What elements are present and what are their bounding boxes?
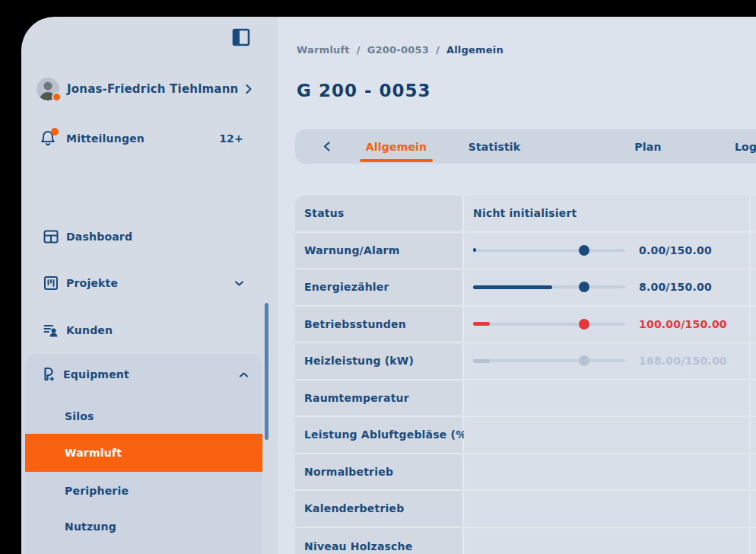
tabs-scroll-left-button[interactable]: [316, 129, 336, 164]
breadcrumb-warmluft[interactable]: Warmluft: [297, 44, 350, 56]
row-value: 0.00/150.00: [639, 244, 712, 256]
projects-icon: [43, 275, 59, 291]
sub-item-label: Peripherie: [65, 485, 129, 497]
sidebar-item-label: Equipment: [63, 368, 233, 380]
tab-log[interactable]: Logi: [735, 129, 756, 164]
breadcrumb: Warmluft / G200-0053 / Allgemein: [297, 44, 503, 56]
table-row: Normalbetrieb: [295, 454, 756, 492]
chevron-left-icon: [323, 142, 330, 151]
page-title: G 200 - 0053: [297, 81, 430, 100]
table-row: Betriebsstunden 100.00/150.00: [295, 307, 756, 344]
sidebar-item-label: Dashboard: [66, 231, 243, 243]
online-status-dot: [52, 92, 62, 102]
tab-statistik[interactable]: Statistik: [456, 129, 532, 164]
energiezaehler-slider[interactable]: [473, 282, 625, 292]
sidebar-collapse-icon[interactable]: [231, 27, 251, 47]
user-name: Jonas-Friedrich Tiehlmann: [67, 82, 238, 96]
row-label: Leistung Abluftgebläse (%): [295, 417, 464, 453]
slider-thumb[interactable]: [579, 355, 589, 366]
betriebsstunden-slider[interactable]: [473, 319, 625, 330]
heizleistung-slider[interactable]: [473, 355, 625, 366]
table-row: Leistung Abluftgebläse (%): [295, 417, 756, 454]
equipment-icon: [40, 366, 56, 383]
sidebar-item-nutzung[interactable]: Nutzung: [65, 517, 116, 536]
row-value: 100.00/150.00: [639, 318, 727, 330]
sub-item-label: Nutzung: [65, 521, 116, 533]
breadcrumb-separator: /: [357, 44, 361, 56]
sidebar-item-peripherie[interactable]: Peripherie: [65, 481, 129, 501]
customers-icon: [43, 322, 59, 339]
sidebar-item-projekte[interactable]: Projekte: [43, 272, 243, 295]
chevron-down-icon: [235, 281, 243, 286]
sidebar-scrollbar[interactable]: [265, 303, 268, 440]
table-row: Warnung/Alarm 0.00/150.00: [295, 233, 756, 270]
row-value: 168.00/150.00: [639, 355, 727, 367]
table-row: Status Nicht initialisiert: [295, 196, 756, 233]
main-content: Warmluft / G200-0053 / Allgemein G 200 -…: [278, 17, 756, 554]
row-label: Warnung/Alarm: [295, 233, 464, 269]
slider-thumb[interactable]: [579, 319, 589, 330]
chevron-right-icon: [246, 84, 252, 94]
table-row: Energiezähler 8.00/150.00: [295, 269, 756, 307]
row-label: Normalbetrieb: [295, 454, 464, 490]
chevron-up-icon: [240, 372, 248, 377]
tab-plan[interactable]: Plan: [610, 129, 686, 164]
row-label: Niveau Holzasche: [295, 528, 464, 554]
sidebar-item-notifications[interactable]: Mitteilungen 12+: [37, 125, 243, 152]
row-label: Heizleistung (kW): [295, 343, 464, 379]
status-value: Nicht initialisiert: [473, 207, 577, 219]
sidebar-item-equipment[interactable]: Equipment: [40, 363, 248, 386]
row-label: Raumtemperatur: [295, 380, 464, 416]
table-row: Heizleistung (kW) 168.00/150.00: [295, 343, 756, 380]
table-row: Niveau Holzasche: [295, 528, 756, 554]
sub-item-label: Silos: [65, 410, 94, 422]
row-label: Status: [295, 196, 464, 231]
sidebar-item-dashboard[interactable]: Dashboard: [43, 225, 243, 248]
breadcrumb-separator: /: [436, 44, 440, 56]
table-row: Kalenderbetrieb: [295, 491, 756, 528]
warnung-alarm-slider[interactable]: [473, 245, 625, 256]
sidebar-item-label: Kunden: [66, 324, 243, 336]
bell-icon: [39, 129, 59, 148]
equipment-group: Equipment Silos Warmluft Peripherie Nutz…: [25, 354, 262, 554]
dashboard-icon: [43, 228, 59, 245]
sidebar-item-silos[interactable]: Silos: [65, 406, 94, 426]
sidebar-item-kunden[interactable]: Kunden: [43, 319, 243, 342]
table-row: Raumtemperatur: [295, 380, 756, 418]
breadcrumb-device[interactable]: G200-0053: [367, 44, 429, 56]
sidebar-item-warmluft-selected[interactable]: Warmluft: [25, 434, 262, 472]
row-label: Kalenderbetrieb: [295, 491, 464, 527]
user-menu[interactable]: Jonas-Friedrich Tiehlmann: [37, 75, 243, 103]
detail-table: Status Nicht initialisiert Warnung/Alarm…: [295, 196, 756, 554]
row-label: Betriebsstunden: [295, 307, 464, 342]
notifications-badge: 12+: [219, 132, 243, 145]
avatar: [37, 78, 59, 100]
tab-bar: Allgemein Statistik Plan Logi: [295, 129, 756, 164]
notifications-label: Mitteilungen: [66, 132, 211, 145]
sub-item-label: Warmluft: [65, 447, 122, 459]
slider-thumb[interactable]: [579, 282, 589, 292]
notification-dot: [51, 128, 59, 135]
breadcrumb-current: Allgemein: [446, 44, 503, 56]
row-label: Energiezähler: [295, 269, 464, 305]
sidebar: Jonas-Friedrich Tiehlmann Mitteilungen 1…: [21, 17, 278, 554]
tab-allgemein[interactable]: Allgemein: [358, 129, 434, 164]
slider-thumb[interactable]: [579, 245, 589, 256]
row-value: 8.00/150.00: [639, 281, 712, 293]
sidebar-item-label: Projekte: [66, 277, 228, 289]
app-window: Jonas-Friedrich Tiehlmann Mitteilungen 1…: [21, 17, 756, 554]
